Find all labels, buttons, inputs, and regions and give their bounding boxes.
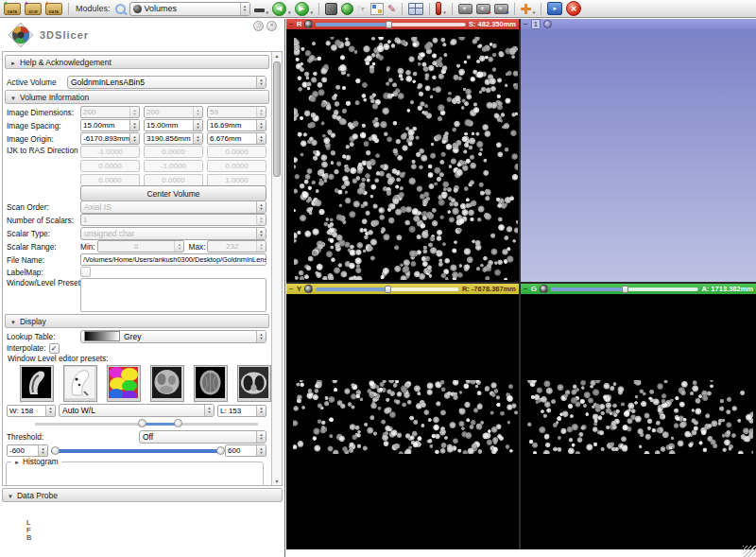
add-data-icon[interactable]: ✦DATA [4,3,21,15]
stepper-icon[interactable] [193,120,202,131]
lookup-table-selector[interactable]: Grey [80,330,266,343]
chevron-down-icon[interactable]: ▾ [443,9,446,15]
combo-stepper-icon[interactable] [204,405,214,416]
volume-module-icon[interactable] [325,3,337,15]
combo-stepper-icon[interactable] [256,331,266,342]
minimize-icon[interactable]: − [524,286,528,293]
threshold-min-spinbox[interactable]: -600 [7,444,48,457]
stepper-icon[interactable] [38,445,47,456]
slider-handle-max[interactable] [174,419,182,427]
stepper-icon[interactable] [193,133,202,144]
module-history-icon[interactable] [254,9,265,12]
extensions-icon[interactable]: ▸ [547,2,562,15]
histogram-header[interactable]: Histogram [11,457,61,466]
display-section-header[interactable]: Display [5,314,269,328]
visibility-eye-icon[interactable] [304,285,313,293]
window-spinbox[interactable]: W: 158 [7,405,56,417]
origin-x-spinbox[interactable]: -6170.893mm [80,132,140,145]
red-slice-image[interactable] [294,37,518,280]
slider-handle-min[interactable] [51,446,60,455]
combo-stepper-icon[interactable] [256,431,266,443]
combo-stepper-icon[interactable] [240,3,249,15]
slice-opacity-icon[interactable] [436,2,441,15]
preset-head-bright-thumbnail[interactable] [63,365,97,402]
visibility-eye-icon[interactable] [304,20,313,28]
slider-handle-min[interactable] [138,419,146,427]
add-dicom-icon[interactable]: ✦DCM [25,3,42,15]
minimize-icon[interactable]: − [289,21,294,28]
resize-grip-icon[interactable] [743,546,756,557]
slider-track[interactable] [51,449,222,453]
slice-offset-slider[interactable] [551,287,698,291]
combo-stepper-icon[interactable] [256,77,266,88]
layout-grid-icon[interactable] [408,3,423,15]
stepper-icon[interactable] [129,133,139,144]
forward-button[interactable]: ▶ [295,2,309,16]
red-slice-content[interactable] [286,29,519,282]
stepper-icon[interactable] [256,445,266,456]
chevron-down-icon[interactable]: ▾ [266,9,269,15]
stepper-icon[interactable] [45,406,55,416]
threshold-selector[interactable]: Off [139,430,266,444]
models-module-icon[interactable] [341,3,353,15]
visibility-eye-icon[interactable] [540,285,548,293]
slider-handle[interactable] [385,286,391,293]
help-section-header[interactable]: Help & Acknowledgement [5,55,269,69]
stepper-icon[interactable] [256,406,266,416]
chevron-down-icon[interactable]: ▾ [533,9,536,15]
editor-module-icon[interactable] [370,3,384,15]
spacing-y-spinbox[interactable]: 15.00mm [144,119,203,131]
minimize-icon[interactable]: − [524,21,528,28]
preset-rainbow-thumbnail[interactable] [107,365,141,402]
pin-icon[interactable] [543,20,552,28]
interaction-hand-icon[interactable]: ☞ [357,4,367,14]
panel-scrollbar[interactable]: ▲ ▼ [271,52,282,485]
scroll-up-icon[interactable]: ▲ [275,52,280,60]
chevron-down-icon[interactable]: ▾ [311,9,314,15]
undock-panel-icon[interactable]: ◳ [253,21,264,31]
preset-ct-brain-thumbnail[interactable] [194,365,228,402]
scrollbar-thumb[interactable] [273,61,281,177]
scene-snapshot-icon[interactable]: ▸ [476,4,490,14]
preset-ct-head-dark-thumbnail[interactable] [20,365,54,402]
auto-wl-selector[interactable]: Auto W/L [59,404,215,417]
save-data-icon[interactable]: ✦DATA [45,3,62,15]
minimize-icon[interactable]: − [289,286,294,293]
yellow-slice-image[interactable] [293,380,518,454]
preset-ct-lung-thumbnail[interactable] [237,365,271,402]
green-slice-content[interactable] [521,294,756,549]
back-button[interactable]: ◀ [272,2,286,16]
slice-offset-slider[interactable] [316,23,466,26]
yellow-slice-content[interactable] [286,294,519,549]
slider-handle[interactable] [386,21,392,28]
module-search-icon[interactable] [115,4,126,14]
wl-presets-listbox[interactable] [80,278,266,312]
preset-ct-abdomen-thumbnail[interactable] [150,365,184,402]
interpolate-checkbox[interactable] [49,343,60,354]
active-volume-selector[interactable]: GoldnmInLensABin5 [67,76,266,89]
slider-handle-max[interactable] [216,446,225,455]
stepper-icon[interactable] [256,133,266,144]
origin-y-spinbox[interactable]: 3190.856mm [144,132,203,145]
chevron-down-icon[interactable]: ▾ [288,9,291,15]
spacing-x-spinbox[interactable]: 15.00mm [80,119,140,131]
module-selector[interactable]: Volumes [129,2,250,16]
slice-offset-slider[interactable] [316,287,459,291]
scene-snapshot-play-icon[interactable]: ▸ [494,4,508,14]
slider-handle[interactable] [622,286,628,293]
threshold-range-slider[interactable] [51,446,222,456]
spacing-z-spinbox[interactable]: 16.69mm [207,119,266,131]
screenshot-icon[interactable] [458,4,472,14]
close-panel-icon[interactable]: ✕ [266,21,277,31]
data-probe-header[interactable]: Data Probe [2,488,283,502]
file-name-input[interactable]: /Volumes/Home/Users/ankush0300/Desktop/G… [80,253,266,266]
threed-render-area[interactable] [521,29,756,282]
stepper-icon[interactable] [129,120,139,131]
volume-information-header[interactable]: Volume Information [5,90,269,104]
window-level-range-slider[interactable] [35,419,258,428]
stepper-icon[interactable] [256,120,266,131]
level-spinbox[interactable]: L: 153 [217,405,266,417]
scroll-down-icon[interactable]: ▼ [275,478,280,485]
center-volume-button[interactable]: Center Volume [80,185,266,201]
origin-z-spinbox[interactable]: 6.676mm [207,132,266,145]
